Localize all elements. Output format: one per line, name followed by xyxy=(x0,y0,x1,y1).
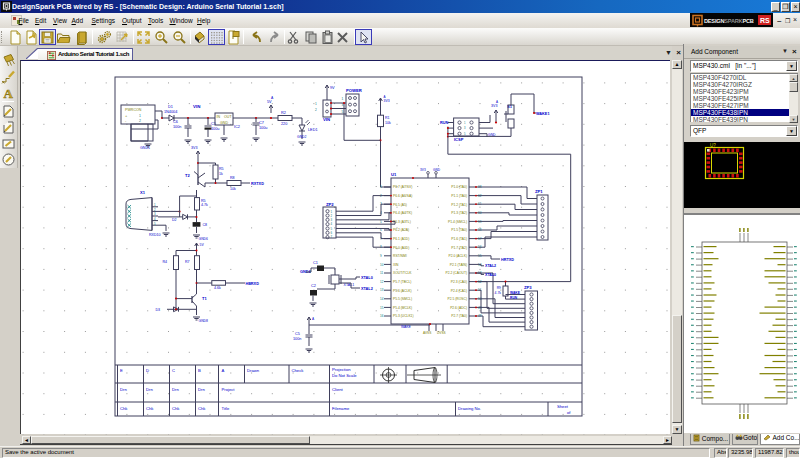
svg-text:-: - xyxy=(125,118,127,123)
svg-text:ZP3: ZP3 xyxy=(524,285,532,290)
svg-text:E: E xyxy=(120,368,123,373)
svg-text:P6.6 (A6/SA): P6.6 (A6/SA) xyxy=(393,194,412,198)
svg-text:Client: Client xyxy=(332,387,344,392)
svg-text:R2: R2 xyxy=(281,111,286,115)
svg-text:C5: C5 xyxy=(295,332,300,336)
svg-text:GND: GND xyxy=(220,121,228,125)
svg-text:P6.4 (A4/TK): P6.4 (A4/TK) xyxy=(393,211,412,215)
svg-text:1: 1 xyxy=(342,97,344,101)
svg-text:10: 10 xyxy=(380,263,384,267)
svg-text:Chk: Chk xyxy=(172,406,180,411)
svg-text:9V: 9V xyxy=(330,86,335,90)
svg-text:3V3: 3V3 xyxy=(491,104,497,108)
svg-text:XTAL0: XTAL0 xyxy=(361,276,373,280)
svg-text:P5.4 (MCLK): P5.4 (MCLK) xyxy=(393,306,412,310)
svg-text:R9: R9 xyxy=(497,286,501,290)
svg-text:Check: Check xyxy=(292,368,305,373)
svg-text:3: 3 xyxy=(464,126,466,130)
svg-text:10k: 10k xyxy=(385,121,391,125)
svg-text:100n: 100n xyxy=(293,337,301,341)
svg-text:Sheet: Sheet xyxy=(557,404,569,409)
svg-text:15: 15 xyxy=(380,306,384,310)
svg-text:1: 1 xyxy=(464,121,466,125)
svg-text:P2.2 (CAOUT): P2.2 (CAOUT) xyxy=(446,271,467,275)
svg-text:HBRXD: HBRXD xyxy=(245,282,259,286)
svg-text:R1: R1 xyxy=(385,116,390,120)
svg-text:R4: R4 xyxy=(162,260,167,264)
svg-text:XTAL2: XTAL2 xyxy=(361,287,373,291)
svg-text:D2: D2 xyxy=(172,218,177,222)
svg-text:GND1: GND1 xyxy=(140,146,150,150)
svg-text:10k: 10k xyxy=(230,187,236,191)
svg-text:5: 5 xyxy=(342,110,344,114)
svg-text:C7: C7 xyxy=(259,121,264,125)
svg-text:3V3: 3V3 xyxy=(384,99,390,103)
svg-text:PWRCON: PWRCON xyxy=(125,108,142,112)
svg-text:C2: C2 xyxy=(311,284,316,288)
svg-text:RUN: RUN xyxy=(440,121,448,125)
svg-text:Drn: Drn xyxy=(120,387,127,392)
svg-text:P5.6 (ACLK): P5.6 (ACLK) xyxy=(393,289,412,293)
svg-text:RUN: RUN xyxy=(510,296,518,300)
svg-text:P1.0 (TA0): P1.0 (TA0) xyxy=(451,185,467,189)
svg-text:C1: C1 xyxy=(313,261,318,265)
svg-text:A: A xyxy=(496,100,498,104)
svg-text:X1: X1 xyxy=(140,190,146,195)
svg-text:R5: R5 xyxy=(201,199,206,203)
svg-text:P6.2 (A2A): P6.2 (A2A) xyxy=(393,228,409,232)
svg-text:R8: R8 xyxy=(230,176,235,180)
svg-text:R7: R7 xyxy=(185,260,190,264)
svg-text:P5.7 (TBCL): P5.7 (TBCL) xyxy=(393,280,411,284)
svg-text:P1.5 (TA0): P1.5 (TA0) xyxy=(451,228,467,232)
svg-text:P2.4 (CA1): P2.4 (CA1) xyxy=(451,289,467,293)
svg-text:Projection: Projection xyxy=(332,367,351,372)
svg-text:RXTXD: RXTXD xyxy=(251,182,264,186)
svg-text:DVSS: DVSS xyxy=(437,331,446,335)
svg-text:2: 2 xyxy=(315,108,317,112)
svg-text:T2: T2 xyxy=(185,173,190,178)
svg-text:Project: Project xyxy=(222,387,236,392)
svg-text:P1.6 (TA1): P1.6 (TA1) xyxy=(451,237,467,241)
svg-text:GND2: GND2 xyxy=(297,135,307,139)
svg-text:P5.3 (UCLK1): P5.3 (UCLK1) xyxy=(393,314,414,318)
svg-text:P1.1 (TA0): P1.1 (TA0) xyxy=(451,194,467,198)
svg-text:1N4004: 1N4004 xyxy=(164,110,177,114)
svg-text:WAKE1: WAKE1 xyxy=(536,112,550,116)
svg-text:RXD10: RXD10 xyxy=(149,233,161,237)
svg-text:POWER: POWER xyxy=(346,88,362,93)
svg-text:XTAL0: XTAL0 xyxy=(485,273,496,277)
svg-text:RS: RS xyxy=(760,17,770,24)
svg-text:LED1: LED1 xyxy=(308,128,318,132)
svg-text:4.6k: 4.6k xyxy=(214,286,221,290)
svg-text:P6.3 (A3TL): P6.3 (A3TL) xyxy=(393,220,411,224)
svg-text:A: A xyxy=(222,368,225,373)
svg-text:4.7k: 4.7k xyxy=(495,291,502,295)
svg-text:GND6: GND6 xyxy=(199,237,209,241)
svg-text:P6.1 (A1D): P6.1 (A1D) xyxy=(393,237,409,241)
svg-text:C6: C6 xyxy=(173,120,178,124)
svg-text:100u: 100u xyxy=(259,126,267,130)
svg-text:T1: T1 xyxy=(202,296,207,301)
svg-text:Do Not Scale: Do Not Scale xyxy=(332,373,357,378)
svg-text:11: 11 xyxy=(380,271,383,275)
svg-text:ZP1: ZP1 xyxy=(535,189,543,194)
svg-text:7: 7 xyxy=(331,235,333,239)
svg-text:1: 1 xyxy=(315,102,317,106)
svg-text:Drn: Drn xyxy=(198,387,205,392)
svg-text:U1: U1 xyxy=(391,172,397,177)
svg-text:GND: GND xyxy=(488,133,496,137)
svg-text:P1.2 (TA1): P1.2 (TA1) xyxy=(451,203,467,207)
svg-text:5V: 5V xyxy=(267,100,272,104)
svg-text:IN: IN xyxy=(217,115,221,119)
svg-text:P6.7 (A7/SV): P6.7 (A7/SV) xyxy=(393,185,412,189)
svg-text:Drawing No.: Drawing No. xyxy=(458,406,481,411)
svg-text:OUT: OUT xyxy=(224,115,232,119)
svg-text:P1.3 (TA2): P1.3 (TA2) xyxy=(451,211,467,215)
svg-text:P2.7 (TA0): P2.7 (TA0) xyxy=(451,314,467,318)
svg-text:IC2: IC2 xyxy=(234,125,240,129)
svg-text:Drn: Drn xyxy=(172,387,179,392)
svg-text:A: A xyxy=(271,96,274,100)
svg-text:D: D xyxy=(146,368,149,373)
svg-text:P2.6 (ADC): P2.6 (ADC) xyxy=(450,306,467,310)
svg-text:P6.5 (A5): P6.5 (A5) xyxy=(393,203,407,207)
